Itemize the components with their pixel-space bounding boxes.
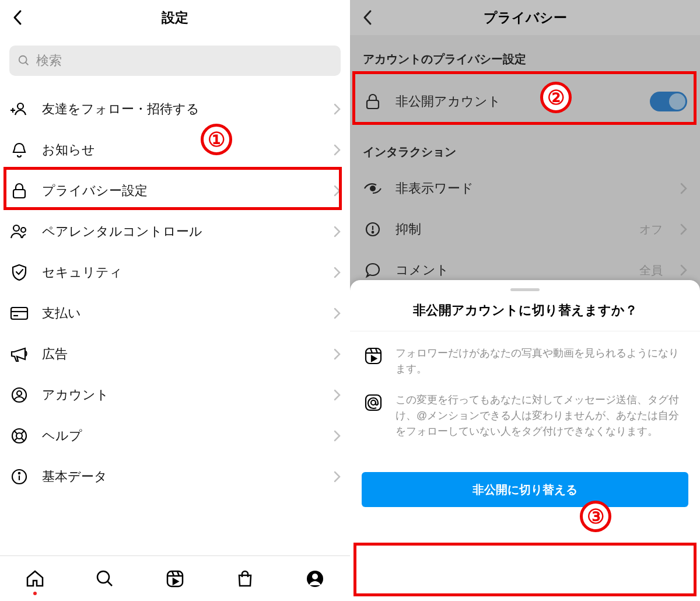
svg-line-1 xyxy=(26,62,29,65)
lock-icon xyxy=(9,181,29,201)
section-header-interaction: インタラクション xyxy=(350,128,700,168)
svg-line-15 xyxy=(14,431,17,434)
reels-icon xyxy=(166,569,184,588)
svg-point-6 xyxy=(13,225,19,231)
list-item-label: 広告 xyxy=(42,345,321,363)
svg-line-16 xyxy=(22,431,24,434)
svg-line-23 xyxy=(107,581,112,586)
sheet-info-row: フォロワーだけがあなたの写真や動画を見られるようになります。 xyxy=(363,345,687,377)
private-account-toggle[interactable] xyxy=(650,92,687,111)
header: 設定 xyxy=(0,0,350,35)
svg-point-30 xyxy=(312,574,318,579)
settings-item-ads[interactable]: 広告 xyxy=(9,334,341,375)
toggle-knob xyxy=(669,93,685,110)
settings-item-parental[interactable]: ペアレンタルコントロール xyxy=(9,211,341,252)
svg-point-12 xyxy=(17,391,22,396)
sheet-info-row: この変更を行ってもあなたに対してメッセージ送信、タグ付け、@メンションできる人は… xyxy=(363,392,687,439)
settings-item-privacy[interactable]: プライバシー設定 xyxy=(9,170,341,211)
svg-point-32 xyxy=(370,186,376,191)
chevron-right-icon xyxy=(334,308,341,319)
privacy-item-hidden-words[interactable]: 非表示ワード xyxy=(350,168,700,209)
list-item-label: お知らせ xyxy=(42,141,321,159)
svg-line-18 xyxy=(22,438,24,441)
list-item-label: アカウント xyxy=(42,386,321,404)
svg-point-35 xyxy=(372,232,374,233)
switch-private-button[interactable]: 非公開に切り替える xyxy=(362,472,688,507)
people-icon xyxy=(9,222,29,242)
svg-rect-24 xyxy=(167,571,183,586)
svg-point-0 xyxy=(19,56,27,64)
search-icon xyxy=(18,54,30,67)
megaphone-icon xyxy=(9,344,29,364)
list-item-label: セキュリティ xyxy=(42,264,321,281)
svg-rect-5 xyxy=(13,190,25,198)
lifebuoy-icon xyxy=(9,426,29,446)
svg-point-14 xyxy=(16,433,22,439)
settings-item-notifications[interactable]: お知らせ xyxy=(9,130,341,170)
settings-item-security[interactable]: セキュリティ xyxy=(9,252,341,293)
search-input[interactable]: 検索 xyxy=(9,46,341,76)
chevron-right-icon xyxy=(334,226,341,237)
settings-item-help[interactable]: ヘルプ xyxy=(9,415,341,456)
chevron-right-icon xyxy=(334,144,341,156)
settings-list: 友達をフォロー・招待する お知らせ プライバシー設定 ペアレンタルコントロール xyxy=(0,89,350,497)
settings-item-about[interactable]: 基本データ xyxy=(9,456,341,497)
eye-hide-icon xyxy=(363,179,383,198)
mention-icon xyxy=(363,392,384,413)
private-account-label: 非公開アカウント xyxy=(396,93,637,110)
svg-point-21 xyxy=(19,473,20,474)
list-item-label: コメント xyxy=(396,261,626,279)
privacy-item-limits[interactable]: 抑制 オフ xyxy=(350,209,700,250)
chevron-right-icon xyxy=(334,267,341,278)
chevron-right-icon xyxy=(680,264,687,276)
svg-line-17 xyxy=(14,438,17,441)
add-person-icon xyxy=(9,99,29,119)
bell-icon xyxy=(9,140,29,160)
chevron-right-icon xyxy=(334,430,341,442)
search-placeholder: 検索 xyxy=(36,52,62,69)
sheet-handle[interactable] xyxy=(510,288,540,291)
chevron-right-icon xyxy=(334,389,341,401)
chevron-right-icon xyxy=(680,223,687,235)
chevron-right-icon xyxy=(680,183,687,194)
chevron-right-icon xyxy=(334,103,341,115)
card-icon xyxy=(9,303,29,323)
alert-circle-icon xyxy=(363,219,383,239)
comment-icon xyxy=(363,260,383,280)
settings-item-invite-friends[interactable]: 友達をフォロー・招待する xyxy=(9,89,341,130)
user-circle-icon xyxy=(9,385,29,405)
header: プライバシー xyxy=(350,0,700,35)
sheet-desc-1: フォロワーだけがあなたの写真や動画を見られるようになります。 xyxy=(396,345,687,377)
svg-point-2 xyxy=(18,103,23,109)
svg-rect-31 xyxy=(367,100,379,109)
back-button[interactable] xyxy=(8,8,27,27)
chevron-right-icon xyxy=(334,471,341,483)
svg-rect-8 xyxy=(11,308,27,319)
privacy-screen: プライバシー アカウントのプライバシー設定 非公開アカウント インタラクション … xyxy=(350,0,700,601)
svg-marker-28 xyxy=(173,579,178,584)
chevron-right-icon xyxy=(334,185,341,197)
list-item-label: プライバシー設定 xyxy=(42,182,321,200)
list-item-label: ペアレンタルコントロール xyxy=(42,223,321,240)
nav-profile[interactable] xyxy=(303,567,327,590)
nav-search[interactable] xyxy=(93,567,117,590)
list-item-label: 友達をフォロー・招待する xyxy=(42,100,321,118)
chevron-left-icon xyxy=(362,9,373,26)
svg-line-39 xyxy=(376,348,377,353)
svg-rect-36 xyxy=(366,348,381,364)
nav-home[interactable] xyxy=(23,567,47,590)
home-icon xyxy=(25,569,45,589)
button-label: 非公開に切り替える xyxy=(473,482,578,498)
svg-line-38 xyxy=(370,348,372,353)
list-item-value: 全員 xyxy=(639,263,663,278)
nav-reels[interactable] xyxy=(163,567,187,590)
settings-item-account[interactable]: アカウント xyxy=(9,375,341,415)
shield-icon xyxy=(9,263,29,282)
nav-shop[interactable] xyxy=(233,567,257,590)
back-button[interactable] xyxy=(358,8,377,27)
svg-point-42 xyxy=(371,400,376,405)
confirm-sheet: 非公開アカウントに切り替えますか？ フォロワーだけがあなたの写真や動画を見られる… xyxy=(350,280,700,601)
settings-item-payments[interactable]: 支払い xyxy=(9,293,341,334)
settings-screen: 設定 検索 友達をフォロー・招待する お知らせ プライバシー設定 xyxy=(0,0,350,601)
shop-icon xyxy=(236,569,254,588)
